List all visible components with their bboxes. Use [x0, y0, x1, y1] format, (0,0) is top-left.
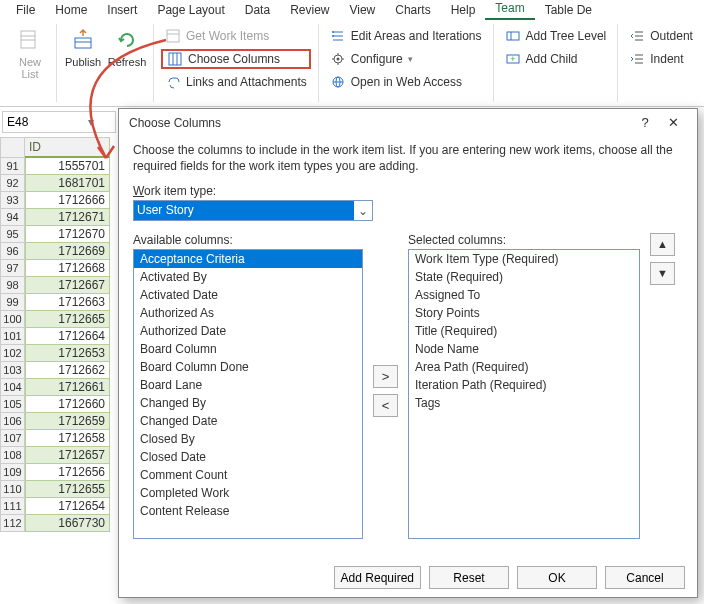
- selected-columns-list[interactable]: Work Item Type (Required)State (Required…: [408, 249, 640, 539]
- move-left-button[interactable]: <: [373, 394, 398, 417]
- links-attachments-button[interactable]: Links and Attachments: [161, 72, 311, 92]
- edit-areas-button[interactable]: Edit Areas and Iterations: [326, 26, 486, 46]
- row-header[interactable]: 100: [0, 311, 25, 328]
- list-item[interactable]: Closed By: [134, 430, 362, 448]
- cell-id[interactable]: 1555701: [25, 158, 110, 175]
- cell-id[interactable]: 1712658: [25, 430, 110, 447]
- move-up-button[interactable]: ▲: [650, 233, 675, 256]
- available-columns-list[interactable]: Acceptance CriteriaActivated ByActivated…: [133, 249, 363, 539]
- name-box-input[interactable]: [3, 113, 83, 131]
- cell-id[interactable]: 1681701: [25, 175, 110, 192]
- row-header[interactable]: 112: [0, 515, 25, 532]
- cell-id[interactable]: 1712668: [25, 260, 110, 277]
- outdent-button[interactable]: Outdent: [625, 26, 697, 46]
- row-header[interactable]: 111: [0, 498, 25, 515]
- list-item[interactable]: Authorized Date: [134, 322, 362, 340]
- tab-team[interactable]: Team: [485, 0, 534, 20]
- list-item[interactable]: Changed By: [134, 394, 362, 412]
- cancel-button[interactable]: Cancel: [605, 566, 685, 589]
- column-header-id[interactable]: ID: [25, 137, 110, 158]
- list-item[interactable]: Closed Date: [134, 448, 362, 466]
- cell-id[interactable]: 1712663: [25, 294, 110, 311]
- list-item[interactable]: Activated By: [134, 268, 362, 286]
- chevron-down-icon[interactable]: ▾: [83, 115, 99, 129]
- cell-id[interactable]: 1712664: [25, 328, 110, 345]
- cell-id[interactable]: 1712655: [25, 481, 110, 498]
- list-item[interactable]: Node Name: [409, 340, 639, 358]
- publish-button[interactable]: Publish: [61, 24, 105, 102]
- row-header[interactable]: 103: [0, 362, 25, 379]
- row-header[interactable]: 105: [0, 396, 25, 413]
- reset-button[interactable]: Reset: [429, 566, 509, 589]
- list-item[interactable]: Changed Date: [134, 412, 362, 430]
- row-header[interactable]: 93: [0, 192, 25, 209]
- cell-id[interactable]: 1712669: [25, 243, 110, 260]
- row-header[interactable]: 110: [0, 481, 25, 498]
- cell-id[interactable]: 1712665: [25, 311, 110, 328]
- tab-view[interactable]: View: [339, 0, 385, 20]
- row-header[interactable]: 107: [0, 430, 25, 447]
- cell-id[interactable]: 1712666: [25, 192, 110, 209]
- cell-id[interactable]: 1712654: [25, 498, 110, 515]
- name-box[interactable]: ▾: [2, 111, 116, 133]
- tab-data[interactable]: Data: [235, 0, 280, 20]
- row-header[interactable]: 96: [0, 243, 25, 260]
- row-header[interactable]: 99: [0, 294, 25, 311]
- cell-id[interactable]: 1712667: [25, 277, 110, 294]
- cell-id[interactable]: 1712671: [25, 209, 110, 226]
- tab-review[interactable]: Review: [280, 0, 339, 20]
- cell-id[interactable]: 1712660: [25, 396, 110, 413]
- list-item[interactable]: Comment Count: [134, 466, 362, 484]
- cell-id[interactable]: 1667730: [25, 515, 110, 532]
- row-header[interactable]: 102: [0, 345, 25, 362]
- cell-id[interactable]: 1712657: [25, 447, 110, 464]
- list-item[interactable]: Board Column Done: [134, 358, 362, 376]
- list-item[interactable]: Title (Required): [409, 322, 639, 340]
- row-header[interactable]: 92: [0, 175, 25, 192]
- close-button[interactable]: ✕: [659, 115, 687, 130]
- list-item[interactable]: Board Column: [134, 340, 362, 358]
- row-header[interactable]: 91: [0, 158, 25, 175]
- cell-id[interactable]: 1712662: [25, 362, 110, 379]
- open-web-button[interactable]: Open in Web Access: [326, 72, 486, 92]
- list-item[interactable]: Authorized As: [134, 304, 362, 322]
- cell-id[interactable]: 1712659: [25, 413, 110, 430]
- help-button[interactable]: ?: [631, 115, 659, 130]
- new-list-button[interactable]: NewList: [8, 24, 52, 102]
- move-down-button[interactable]: ▼: [650, 262, 675, 285]
- cell-id[interactable]: 1712656: [25, 464, 110, 481]
- list-item[interactable]: Activated Date: [134, 286, 362, 304]
- list-item[interactable]: Assigned To: [409, 286, 639, 304]
- list-item[interactable]: Board Lane: [134, 376, 362, 394]
- indent-button[interactable]: Indent: [625, 49, 697, 69]
- list-item[interactable]: Iteration Path (Required): [409, 376, 639, 394]
- list-item[interactable]: Story Points: [409, 304, 639, 322]
- cell-id[interactable]: 1712661: [25, 379, 110, 396]
- chevron-down-icon[interactable]: ⌄: [354, 204, 372, 218]
- list-item[interactable]: Tags: [409, 394, 639, 412]
- row-header[interactable]: 109: [0, 464, 25, 481]
- configure-button[interactable]: Configure ▾: [326, 49, 486, 69]
- row-header[interactable]: 95: [0, 226, 25, 243]
- move-right-button[interactable]: >: [373, 365, 398, 388]
- refresh-button[interactable]: Refresh: [105, 24, 149, 102]
- list-item[interactable]: Completed Work: [134, 484, 362, 502]
- tab-page-layout[interactable]: Page Layout: [147, 0, 234, 20]
- ok-button[interactable]: OK: [517, 566, 597, 589]
- add-required-button[interactable]: Add Required: [334, 566, 421, 589]
- tab-file[interactable]: File: [6, 0, 45, 20]
- row-header[interactable]: 94: [0, 209, 25, 226]
- tab-charts[interactable]: Charts: [385, 0, 440, 20]
- row-header[interactable]: 101: [0, 328, 25, 345]
- list-item[interactable]: State (Required): [409, 268, 639, 286]
- choose-columns-button[interactable]: Choose Columns: [161, 49, 311, 69]
- cell-id[interactable]: 1712653: [25, 345, 110, 362]
- add-tree-level-button[interactable]: Add Tree Level: [501, 26, 611, 46]
- add-child-button[interactable]: + Add Child: [501, 49, 611, 69]
- list-item[interactable]: Content Release: [134, 502, 362, 520]
- work-item-type-combo[interactable]: User Story ⌄: [133, 200, 373, 221]
- row-header[interactable]: 108: [0, 447, 25, 464]
- list-item[interactable]: Acceptance Criteria: [134, 250, 362, 268]
- row-header[interactable]: 104: [0, 379, 25, 396]
- list-item[interactable]: Work Item Type (Required): [409, 250, 639, 268]
